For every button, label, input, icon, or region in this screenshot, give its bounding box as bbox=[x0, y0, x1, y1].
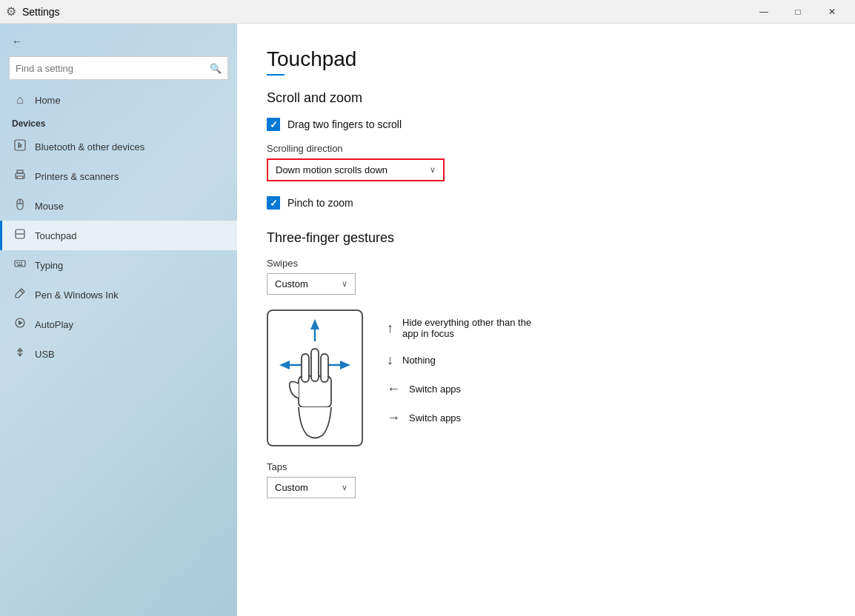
scroll-zoom-heading: Scroll and zoom bbox=[267, 90, 825, 106]
titlebar-left: ⚙ Settings bbox=[6, 4, 60, 19]
search-box[interactable]: 🔍 bbox=[9, 56, 228, 80]
swipes-label: Swipes bbox=[267, 258, 825, 269]
svg-marker-16 bbox=[19, 321, 23, 325]
left-arrow-icon: ← bbox=[387, 381, 400, 397]
checkmark-icon: ✓ bbox=[270, 119, 278, 130]
bluetooth-icon bbox=[14, 139, 26, 154]
swipes-row: Swipes Custom ∨ bbox=[267, 258, 825, 295]
scrolling-direction-label: Scrolling direction bbox=[267, 143, 825, 154]
sidebar: ← 🔍 ⌂ Home Devices Bluetooth & other dev… bbox=[0, 24, 237, 616]
taps-label: Taps bbox=[267, 461, 825, 472]
sidebar-item-typing[interactable]: Typing bbox=[0, 250, 237, 280]
swipes-chevron-icon: ∨ bbox=[342, 279, 347, 289]
titlebar-controls: — □ ✕ bbox=[747, 0, 849, 24]
svg-rect-3 bbox=[17, 176, 23, 178]
sidebar-item-mouse-label: Mouse bbox=[35, 201, 64, 212]
close-button[interactable]: ✕ bbox=[815, 0, 849, 24]
sidebar-item-home[interactable]: ⌂ Home bbox=[0, 86, 237, 114]
gesture-down-text: Nothing bbox=[402, 355, 436, 366]
sidebar-item-pen[interactable]: Pen & Windows Ink bbox=[0, 280, 237, 309]
usb-icon bbox=[14, 346, 26, 361]
pen-icon bbox=[14, 287, 26, 302]
svg-line-14 bbox=[20, 290, 23, 293]
back-button[interactable]: ← bbox=[0, 30, 237, 53]
sidebar-item-bluetooth[interactable]: Bluetooth & other devices bbox=[0, 132, 237, 161]
sidebar-item-pen-label: Pen & Windows Ink bbox=[35, 289, 119, 301]
maximize-button[interactable]: □ bbox=[781, 0, 815, 24]
svg-rect-27 bbox=[302, 354, 309, 382]
sidebar-item-typing-label: Typing bbox=[35, 260, 63, 271]
drag-two-fingers-row: ✓ Drag two fingers to scroll bbox=[267, 118, 825, 131]
swipes-value: Custom bbox=[275, 278, 308, 289]
back-icon: ← bbox=[12, 36, 22, 47]
scrolling-direction-row: Scrolling direction Down motion scrolls … bbox=[267, 143, 825, 181]
pinch-to-zoom-label: Pinch to zoom bbox=[287, 197, 353, 209]
gesture-item-left: ← Switch apps bbox=[387, 381, 531, 397]
minimize-button[interactable]: — bbox=[747, 0, 781, 24]
autoplay-icon bbox=[14, 317, 26, 332]
page-title: Touchpad bbox=[267, 47, 825, 71]
sidebar-item-usb[interactable]: USB bbox=[0, 339, 237, 369]
hand-gesture-svg bbox=[270, 313, 359, 443]
right-arrow-icon: → bbox=[387, 410, 400, 426]
svg-rect-9 bbox=[15, 261, 25, 267]
gesture-illustration: ↑ Hide everything other than theapp in f… bbox=[267, 309, 825, 446]
settings-window-icon: ⚙ bbox=[6, 4, 16, 19]
sidebar-item-autoplay[interactable]: AutoPlay bbox=[0, 309, 237, 339]
gesture-list: ↑ Hide everything other than theapp in f… bbox=[387, 309, 531, 426]
three-finger-heading: Three-finger gestures bbox=[267, 230, 825, 246]
title-underline bbox=[267, 74, 285, 76]
taps-chevron-icon: ∨ bbox=[342, 483, 347, 492]
gesture-item-down: ↓ Nothing bbox=[387, 352, 531, 368]
mouse-icon bbox=[14, 198, 26, 213]
drag-two-fingers-label: Drag two fingers to scroll bbox=[287, 118, 402, 130]
sidebar-item-home-label: Home bbox=[35, 95, 61, 106]
sidebar-item-printers[interactable]: Printers & scanners bbox=[0, 161, 237, 191]
svg-rect-2 bbox=[17, 170, 23, 173]
home-icon: ⌂ bbox=[14, 93, 26, 107]
up-arrow-icon: ↑ bbox=[387, 321, 393, 336]
sidebar-item-touchpad-label: Touchpad bbox=[35, 230, 76, 241]
main-content: Touchpad Scroll and zoom ✓ Drag two fing… bbox=[237, 24, 855, 616]
pinch-to-zoom-row: ✓ Pinch to zoom bbox=[267, 196, 825, 210]
hand-diagram bbox=[267, 309, 363, 446]
scrolling-direction-dropdown[interactable]: Down motion scrolls down ∨ bbox=[267, 158, 445, 181]
chevron-down-icon: ∨ bbox=[430, 165, 436, 175]
printer-icon bbox=[14, 169, 26, 184]
titlebar: ⚙ Settings — □ ✕ bbox=[0, 0, 855, 24]
gesture-up-text: Hide everything other than theapp in foc… bbox=[402, 317, 531, 339]
gesture-right-text: Switch apps bbox=[409, 412, 461, 424]
taps-dropdown[interactable]: Custom ∨ bbox=[267, 477, 356, 498]
taps-row: Taps Custom ∨ bbox=[267, 461, 825, 498]
taps-value: Custom bbox=[275, 482, 308, 493]
search-icon: 🔍 bbox=[210, 63, 222, 74]
checkmark-pinch-icon: ✓ bbox=[270, 198, 278, 209]
sidebar-section-label: Devices bbox=[0, 114, 237, 132]
svg-rect-0 bbox=[15, 140, 25, 150]
sidebar-item-autoplay-label: AutoPlay bbox=[35, 319, 73, 330]
sidebar-item-usb-label: USB bbox=[35, 349, 55, 360]
gesture-item-up: ↑ Hide everything other than theapp in f… bbox=[387, 317, 531, 339]
gesture-item-right: → Switch apps bbox=[387, 410, 531, 426]
sidebar-item-mouse[interactable]: Mouse bbox=[0, 191, 237, 221]
svg-marker-24 bbox=[340, 361, 350, 369]
gesture-left-text: Switch apps bbox=[409, 384, 461, 395]
keyboard-icon bbox=[14, 258, 26, 272]
drag-two-fingers-checkbox[interactable]: ✓ bbox=[267, 118, 280, 131]
touchpad-icon bbox=[14, 228, 26, 243]
sidebar-item-touchpad[interactable]: Touchpad bbox=[0, 221, 237, 250]
swipes-dropdown[interactable]: Custom ∨ bbox=[267, 273, 356, 295]
svg-rect-28 bbox=[311, 349, 319, 381]
sidebar-item-bluetooth-label: Bluetooth & other devices bbox=[35, 141, 144, 153]
scrolling-direction-value: Down motion scrolls down bbox=[276, 164, 387, 175]
pinch-to-zoom-checkbox[interactable]: ✓ bbox=[267, 196, 280, 210]
svg-marker-20 bbox=[310, 319, 319, 329]
down-arrow-icon: ↓ bbox=[387, 352, 393, 368]
sidebar-item-printers-label: Printers & scanners bbox=[35, 171, 119, 182]
svg-rect-29 bbox=[321, 354, 328, 382]
titlebar-title: Settings bbox=[22, 6, 60, 18]
three-finger-section: Three-finger gestures Swipes Custom ∨ bbox=[267, 230, 825, 498]
search-input[interactable] bbox=[16, 63, 210, 74]
svg-marker-22 bbox=[279, 361, 290, 369]
